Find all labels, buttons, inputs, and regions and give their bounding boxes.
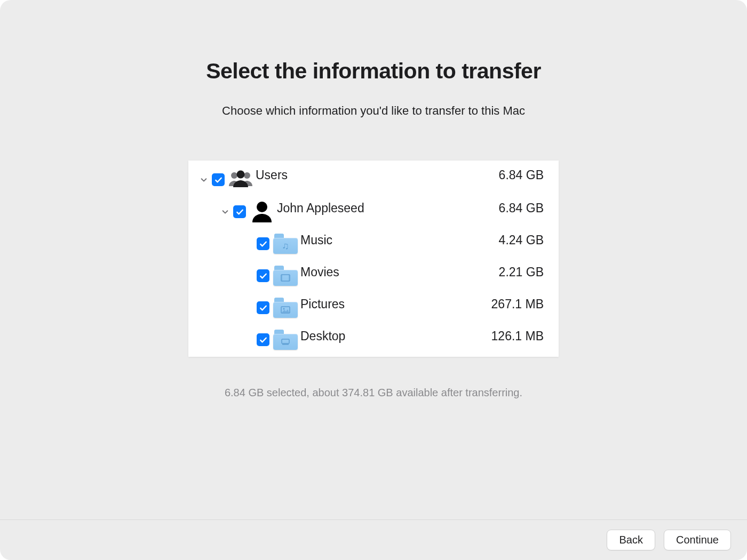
tree-item-size: 267.1 MB xyxy=(491,295,544,311)
selection-summary: 6.84 GB selected, about 374.81 GB availa… xyxy=(225,387,522,399)
tree-row-folder[interactable]: Desktop 126.1 MB xyxy=(188,327,559,353)
chevron-down-icon[interactable] xyxy=(220,207,230,217)
tree-item-label: Desktop xyxy=(300,327,345,343)
svg-rect-9 xyxy=(282,339,289,343)
svg-point-1 xyxy=(244,172,250,179)
continue-button[interactable]: Continue xyxy=(664,530,731,550)
user-silhouette-icon xyxy=(249,200,275,223)
svg-rect-5 xyxy=(281,275,283,281)
page-title: Select the information to transfer xyxy=(206,59,541,84)
tree-row-user[interactable]: John Appleseed 6.84 GB xyxy=(188,199,559,225)
transfer-selection-tree: Users 6.84 GB John Appleseed xyxy=(188,161,559,357)
svg-rect-6 xyxy=(289,275,290,281)
tree-item-label: Movies xyxy=(300,263,339,279)
back-button[interactable]: Back xyxy=(607,530,655,550)
chevron-down-icon[interactable] xyxy=(199,175,209,185)
main-content: Select the information to transfer Choos… xyxy=(0,0,747,519)
tree-row-folder[interactable]: Pictures 267.1 MB xyxy=(188,295,559,321)
checkbox-folder[interactable] xyxy=(257,333,269,346)
tree-item-size: 126.1 MB xyxy=(491,327,544,343)
svg-point-8 xyxy=(283,308,285,310)
users-group-icon xyxy=(228,168,253,191)
checkbox-folder[interactable] xyxy=(257,237,269,250)
desktop-folder-icon xyxy=(273,328,298,351)
music-folder-icon: ♫ xyxy=(273,232,298,255)
tree-item-label: John Appleseed xyxy=(277,199,364,215)
checkbox-folder[interactable] xyxy=(257,269,269,282)
tree-item-size: 6.84 GB xyxy=(499,166,544,182)
movies-folder-icon xyxy=(273,264,298,287)
checkbox-user[interactable] xyxy=(233,205,246,218)
tree-item-label: Pictures xyxy=(300,295,345,311)
svg-rect-10 xyxy=(282,344,289,345)
tree-item-size: 2.21 GB xyxy=(499,263,544,279)
svg-point-3 xyxy=(257,202,267,212)
page-subtitle: Choose which information you'd like to t… xyxy=(222,104,525,118)
pictures-folder-icon xyxy=(273,296,298,319)
tree-row-folder[interactable]: ♫ Music 4.24 GB xyxy=(188,231,559,257)
tree-row-users[interactable]: Users 6.84 GB xyxy=(188,166,559,194)
tree-item-label: Users xyxy=(256,166,288,182)
migration-assistant-window: Select the information to transfer Choos… xyxy=(0,0,747,560)
tree-item-label: Music xyxy=(300,231,332,247)
footer-toolbar: Back Continue xyxy=(0,519,747,560)
tree-row-folder[interactable]: Movies 2.21 GB xyxy=(188,263,559,289)
tree-item-size: 4.24 GB xyxy=(499,231,544,247)
svg-point-2 xyxy=(237,171,245,179)
svg-point-0 xyxy=(231,172,237,179)
tree-item-size: 6.84 GB xyxy=(499,199,544,215)
checkbox-folder[interactable] xyxy=(257,301,269,314)
checkbox-users[interactable] xyxy=(212,173,225,186)
